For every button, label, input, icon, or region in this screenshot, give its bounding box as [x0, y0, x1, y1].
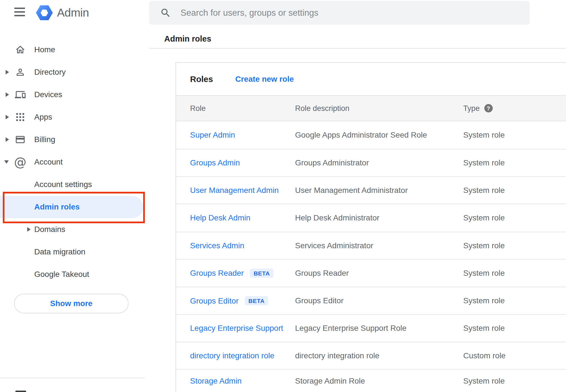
chevron-right-icon[interactable]	[6, 137, 9, 142]
sidebar-item-label: Domains	[34, 225, 65, 234]
sidebar-item-billing[interactable]: Billing	[0, 128, 145, 151]
role-description: Storage Admin Role	[295, 377, 365, 386]
sidebar-item-label: Account settings	[34, 180, 92, 189]
sidebar-item-account[interactable]: @ Account	[0, 151, 145, 173]
role-description: Services Administrator	[295, 241, 373, 250]
admin-logo-icon	[36, 5, 53, 20]
role-type: System role	[463, 324, 505, 333]
search-input[interactable]	[181, 1, 517, 25]
show-more-button[interactable]: Show more	[14, 294, 129, 313]
role-type: System role	[463, 241, 505, 250]
table-row: Groups Reader BETA Groups Reader System …	[176, 259, 566, 287]
role-description: Groups Editor	[295, 296, 344, 305]
sidebar-item-admin-roles[interactable]: Admin roles	[0, 196, 145, 218]
create-new-role-link[interactable]: Create new role	[235, 75, 294, 84]
at-sign-icon: @	[15, 156, 26, 168]
role-link[interactable]: directory integration role	[190, 351, 274, 360]
role-description: directory integration role	[295, 351, 379, 360]
sidebar-item-label: Google Takeout	[34, 270, 89, 279]
sidebar-item-data-migration[interactable]: Data migration	[0, 241, 145, 263]
table-row: Legacy Enterprise Support Legacy Enterpr…	[176, 315, 566, 342]
devices-icon	[15, 89, 26, 100]
role-link[interactable]: Super Admin	[190, 131, 235, 140]
sidebar-item-account-settings[interactable]: Account settings	[0, 173, 145, 196]
column-header-type-label: Type	[463, 104, 480, 113]
role-link[interactable]: Groups Admin	[190, 158, 240, 167]
table-row: User Management Admin User Management Ad…	[176, 177, 566, 204]
column-header-role: Role	[190, 104, 206, 113]
role-description: Legacy Enterprise Support Role	[295, 324, 407, 333]
table-row: directory integration role directory int…	[176, 342, 566, 370]
role-description: User Management Administrator	[295, 186, 408, 195]
roles-card-header: Roles Create new role	[176, 63, 566, 95]
credit-card-icon	[15, 134, 26, 145]
sidebar-item-label: Devices	[34, 90, 62, 99]
sidebar-item-devices[interactable]: Devices	[0, 83, 145, 106]
chevron-right-icon[interactable]	[6, 70, 9, 74]
role-link[interactable]: Groups Editor	[190, 296, 239, 305]
beta-badge: BETA	[250, 268, 273, 278]
table-row: Groups Admin Groups Administrator System…	[176, 149, 566, 177]
role-type: System role	[463, 296, 505, 305]
sidebar-divider	[0, 378, 145, 378]
table-row: Help Desk Admin Help Desk Administrator …	[176, 204, 566, 232]
table-header-row: Role Role description Type ?	[176, 95, 566, 121]
roles-card: Roles Create new role Role Role descript…	[175, 62, 566, 392]
role-type: System role	[463, 269, 505, 278]
chevron-right-icon[interactable]	[6, 92, 9, 97]
column-header-description: Role description	[295, 104, 350, 113]
role-type: System role	[463, 377, 505, 386]
search-bar[interactable]	[149, 1, 530, 25]
cutoff-bottom-icon	[15, 391, 26, 392]
role-type: System role	[463, 131, 505, 140]
person-icon	[15, 67, 26, 78]
admin-console: Admin Home Directory Devices Apps	[0, 0, 566, 392]
chevron-right-icon[interactable]	[6, 115, 9, 119]
search-icon	[160, 7, 171, 20]
column-header-type: Type ?	[463, 104, 493, 113]
sidebar-item-label: Home	[34, 45, 55, 54]
role-type: Custom role	[463, 351, 506, 360]
role-description: Google Apps Administrator Seed Role	[295, 131, 427, 140]
role-link[interactable]: Legacy Enterprise Support	[190, 324, 283, 333]
sidebar-item-label: Account	[34, 158, 63, 167]
role-link[interactable]: Storage Admin	[190, 377, 242, 386]
table-row: Services Admin Services Administrator Sy…	[176, 232, 566, 259]
table-row: Storage Admin Storage Admin Role System …	[176, 370, 566, 392]
sidebar-item-label: Data migration	[34, 247, 85, 256]
sidebar-item-label: Directory	[34, 68, 66, 77]
role-type: System role	[463, 158, 505, 167]
beta-badge: BETA	[245, 296, 268, 306]
sidebar-item-label: Admin roles	[34, 202, 80, 211]
role-description: Groups Administrator	[295, 158, 369, 167]
role-description: Groups Reader	[295, 269, 349, 278]
sidebar-item-home[interactable]: Home	[0, 38, 145, 61]
role-link[interactable]: User Management Admin	[190, 186, 279, 195]
chevron-down-icon[interactable]	[4, 160, 9, 164]
breadcrumb: Admin roles	[164, 34, 211, 44]
apps-grid-icon	[15, 111, 26, 123]
table-row: Super Admin Google Apps Administrator Se…	[176, 121, 566, 149]
card-title: Roles	[190, 74, 213, 84]
table-row: Groups Editor BETA Groups Editor System …	[176, 287, 566, 315]
role-description: Help Desk Administrator	[295, 213, 379, 222]
breadcrumb-divider	[149, 48, 566, 49]
sidebar-item-directory[interactable]: Directory	[0, 61, 145, 83]
sidebar-item-google-takeout[interactable]: Google Takeout	[0, 263, 145, 286]
role-type: System role	[463, 186, 505, 195]
home-icon	[15, 44, 26, 55]
role-link[interactable]: Services Admin	[190, 241, 244, 250]
sidebar-item-domains[interactable]: Domains	[0, 218, 145, 241]
hamburger-menu-icon[interactable]	[14, 8, 25, 16]
sidebar-item-label: Billing	[34, 135, 55, 144]
role-link[interactable]: Groups Reader	[190, 269, 244, 278]
app-title: Admin	[57, 6, 89, 19]
help-icon[interactable]: ?	[484, 104, 493, 113]
chevron-right-icon[interactable]	[27, 227, 31, 232]
role-type: System role	[463, 213, 505, 222]
role-link[interactable]: Help Desk Admin	[190, 213, 250, 222]
sidebar-item-apps[interactable]: Apps	[0, 106, 145, 128]
sidebar-item-label: Apps	[34, 113, 52, 122]
